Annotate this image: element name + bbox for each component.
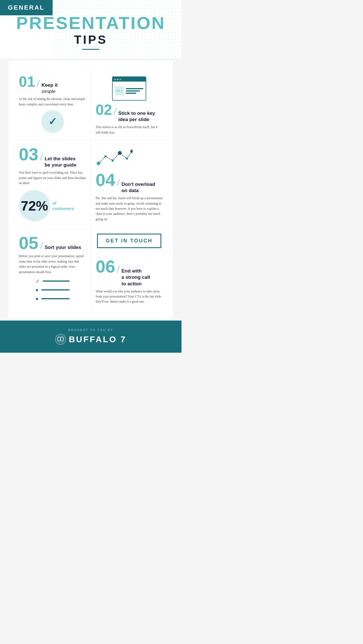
tip-01-number-row: 01 / Keep itsimple <box>19 74 86 95</box>
slide-line-1 <box>126 88 143 89</box>
tip-01-desc: At the risk of stating the obvious, clea… <box>19 96 86 107</box>
checklist-row-2: ● <box>36 287 70 293</box>
checklist-line-1 <box>43 281 70 282</box>
tip-06: 06 / End witha strong callto action What… <box>91 253 167 309</box>
tip-01-number: 01 <box>19 74 35 89</box>
slide-dot-2 <box>117 79 118 80</box>
svg-point-5 <box>130 149 133 153</box>
header: GENERAL PRESENTATION TIPS <box>0 0 182 58</box>
right-column-456: GET IN TOUCH 06 / End witha strong callt… <box>91 229 167 310</box>
tips-row-2: 03 / Let the slidesbe your guide You don… <box>14 140 167 229</box>
tip-02-number: 02 <box>96 102 112 117</box>
slide-lines <box>126 88 143 94</box>
tip-01-slash: / <box>37 78 40 88</box>
checklist-check-1: ✓ <box>36 278 40 284</box>
tip-04-desc: Pie, line and bar charts will break up a… <box>96 196 163 222</box>
slide-icon-body: PT 1 <box>113 82 146 100</box>
tip-03-desc: You don't have to spell everything out. … <box>19 170 86 186</box>
tip-04-number: 04 <box>96 171 115 189</box>
get-in-touch-block: GET IN TOUCH <box>91 229 167 253</box>
slide-preview-icon: PT 1 <box>112 76 146 101</box>
tip-01-title: Keep itsimple <box>42 82 58 95</box>
tip-03: 03 / Let the slidesbe your guide You don… <box>14 140 91 229</box>
tip-02-title: Stick to one key idea per slide <box>118 110 163 123</box>
tip-01: 01 / Keep itsimple At the risk of statin… <box>14 69 91 140</box>
tip-03-number: 03 <box>19 146 38 163</box>
slide-line-2 <box>126 90 140 92</box>
tip-02-number-row: 02 / Stick to one key idea per slide <box>96 102 163 123</box>
checklist-line-2 <box>41 289 69 290</box>
slide-dot-1 <box>114 79 116 80</box>
line-chart-icon <box>96 148 133 168</box>
slide-dot-3 <box>119 79 121 80</box>
header-presentation-title: PRESENTATION <box>6 14 176 32</box>
tip-02-slash: / <box>114 106 117 117</box>
tip-05-desc: Before you print or save your presentati… <box>19 254 86 275</box>
tips-row-1: 01 / Keep itsimple At the risk of statin… <box>14 69 167 140</box>
checklist-row-1: ✓ <box>36 278 70 284</box>
tip-06-number: 06 <box>96 258 115 275</box>
tip-03-slash: / <box>40 152 43 162</box>
footer-brand-name: BUFFALO 7 <box>69 335 127 344</box>
check-mark: ✓ <box>48 117 57 127</box>
stat-number: 72% <box>21 198 48 214</box>
tip-06-desc: What would you like your audience to tak… <box>96 289 163 304</box>
check-circle-icon: ✓ <box>41 110 64 133</box>
tip-04-number-row: 04 / Don't overloadon data <box>96 171 163 194</box>
footer-logo-row: BUFFALO 7 <box>6 334 176 345</box>
tip-02-desc: This notion is as old as PowerPoint itse… <box>96 124 163 135</box>
checklist-dot-3: ● <box>36 296 39 302</box>
checklist-icon: ✓ ● ● <box>36 278 70 302</box>
tip-05-title: Sort your slides <box>45 244 81 251</box>
tip-04: 04 / Don't overloadon data Pie, line and… <box>91 140 167 229</box>
get-in-touch-button[interactable]: GET IN TOUCH <box>97 234 162 248</box>
buffalo7-logo-icon <box>55 334 66 345</box>
tip-06-slash: / <box>117 264 120 274</box>
tip-03-title: Let the slidesbe your guide <box>45 156 76 168</box>
tip-04-slash: / <box>117 177 120 188</box>
stat-circle: 72% <box>19 190 50 221</box>
tip-06-title: End witha strong callto action <box>121 268 150 287</box>
checklist-dot-2: ● <box>36 287 39 293</box>
tip-05-number: 05 <box>19 234 38 252</box>
stat-block: 72% of customers <box>19 190 86 221</box>
checklist-row-3: ● <box>36 296 70 302</box>
footer-brought-label: BROUGHT TO YOU BY <box>6 329 176 332</box>
tip-03-number-row: 03 / Let the slidesbe your guide <box>19 146 86 168</box>
tip-06-number-row: 06 / End witha strong callto action <box>96 258 163 287</box>
svg-point-8 <box>61 337 63 341</box>
buffalo7-svg <box>57 336 64 343</box>
slide-line-3 <box>126 93 136 94</box>
stat-label: of customers <box>52 200 74 211</box>
checklist-line-3 <box>41 298 69 299</box>
header-title-block: PRESENTATION TIPS <box>0 0 182 58</box>
header-underline <box>82 49 99 50</box>
tip-05-slash: / <box>40 240 43 251</box>
slide-icon-top <box>113 77 146 82</box>
tip-05: 05 / Sort your slides Before you print o… <box>14 229 91 310</box>
main-content: 01 / Keep itsimple At the risk of statin… <box>9 61 173 318</box>
header-tips-subtitle: TIPS <box>6 33 176 47</box>
slide-pt1-label: PT 1 <box>115 86 124 95</box>
tip-05-number-row: 05 / Sort your slides <box>19 234 86 252</box>
svg-point-7 <box>58 337 61 341</box>
tip-04-title: Don't overloadon data <box>121 181 155 194</box>
tips-row-3: 05 / Sort your slides Before you print o… <box>14 229 167 310</box>
footer: BROUGHT TO YOU BY BUFFALO 7 <box>0 321 182 353</box>
tip-02: PT 1 02 / Stick to one key idea per slid… <box>91 69 167 140</box>
